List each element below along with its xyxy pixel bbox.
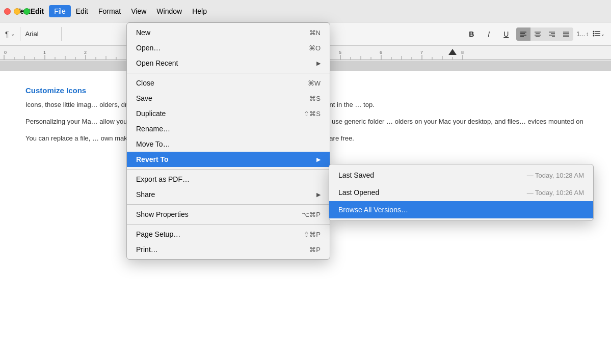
svg-text:1: 1 [43, 50, 46, 55]
menu-item-open[interactable]: Open… ⌘O [127, 40, 330, 55]
menu-item-save[interactable]: Save ⌘S [127, 91, 330, 106]
revert-submenu: Last Saved — Today, 10:28 AM Last Opened… [329, 164, 594, 221]
menu-item-duplicate[interactable]: Duplicate ⇧⌘S [127, 106, 330, 121]
svg-point-21 [593, 35, 595, 37]
alignment-group [516, 27, 573, 41]
menu-item-rename[interactable]: Rename… [127, 121, 330, 136]
svg-point-20 [593, 33, 595, 35]
paragraph-chevron: ⌄ [11, 31, 15, 37]
menu-separator-3 [127, 204, 330, 205]
paragraph-style-selector[interactable]: ¶ ⌄ [5, 30, 15, 38]
svg-text:6: 6 [380, 50, 382, 55]
menubar-item-help[interactable]: Help [187, 5, 212, 17]
fullscreen-button[interactable] [23, 8, 30, 15]
toolbar-divider-1 [20, 27, 20, 41]
menu-item-move-to[interactable]: Move To… [127, 136, 330, 152]
italic-button[interactable]: I [482, 27, 496, 41]
menu-separator-4 [127, 224, 330, 225]
menu-item-open-recent[interactable]: Open Recent ▶ [127, 55, 330, 71]
menu-item-print[interactable]: Print… ⌘P [127, 242, 330, 257]
toolbar-divider-2 [61, 27, 62, 41]
revert-last-opened[interactable]: Last Opened — Today, 10:26 AM [329, 184, 593, 201]
revert-last-saved[interactable]: Last Saved — Today, 10:28 AM [329, 166, 593, 184]
menu-item-revert-to[interactable]: Revert To ▶ [127, 152, 330, 167]
svg-text:8: 8 [461, 50, 464, 55]
menu-item-page-setup[interactable]: Page Setup… ⇧⌘P [127, 227, 330, 242]
menu-item-export-pdf[interactable]: Export as PDF… [127, 172, 330, 187]
svg-text:7: 7 [420, 50, 423, 55]
align-left-button[interactable] [516, 27, 530, 41]
menubar-item-file[interactable]: File [49, 5, 71, 17]
minimize-button[interactable] [14, 8, 20, 15]
menubar-item-view[interactable]: View [126, 5, 151, 17]
svg-text:0: 0 [4, 50, 7, 55]
menu-item-share[interactable]: Share ▶ [127, 187, 330, 202]
paragraph-icon: ¶ [5, 30, 9, 38]
revert-browse-all-versions[interactable]: Browse All Versions… [329, 201, 593, 218]
align-right-button[interactable] [545, 27, 559, 41]
menu-item-new[interactable]: New ⌘N [127, 25, 330, 40]
close-button[interactable] [4, 8, 11, 15]
menubar-item-edit[interactable]: Edit [71, 5, 93, 17]
menubar-item-window[interactable]: Window [151, 5, 187, 17]
window-controls [4, 0, 30, 22]
align-center-button[interactable] [530, 27, 545, 41]
bold-button[interactable]: B [464, 27, 479, 41]
list-button[interactable]: ⌄ [592, 27, 606, 41]
menu-separator-1 [127, 73, 330, 73]
svg-text:2: 2 [84, 50, 87, 55]
file-menu: New ⌘N Open… ⌘O Open Recent ▶ Close ⌘W S… [126, 22, 330, 260]
underline-button[interactable]: U [499, 27, 513, 41]
font-name[interactable]: Arial [25, 30, 56, 38]
svg-point-19 [593, 31, 595, 33]
menu-item-close[interactable]: Close ⌘W [127, 75, 330, 91]
svg-text:5: 5 [339, 50, 341, 55]
line-spacing-control[interactable]: 1... ↕ [576, 31, 589, 38]
align-justify-button[interactable] [559, 27, 573, 41]
menubar-item-format[interactable]: Format [93, 5, 126, 17]
menu-separator-2 [127, 169, 330, 170]
menubar: TextEdit File Edit Format View Window He… [0, 0, 611, 22]
menu-item-show-properties[interactable]: Show Properties ⌥⌘P [127, 207, 330, 222]
